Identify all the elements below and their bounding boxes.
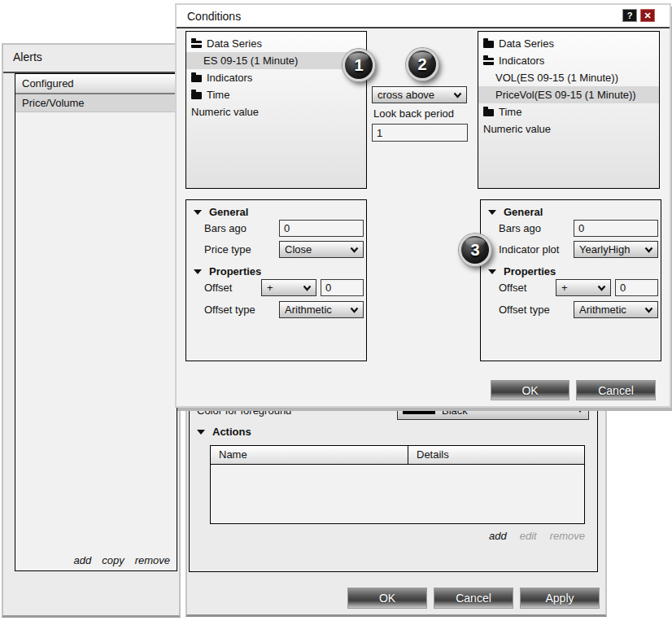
offset-type-label: Offset type — [499, 304, 550, 316]
tree-item-indicators[interactable]: Indicators — [186, 69, 366, 86]
ok-button[interactable]: OK — [491, 380, 569, 400]
look-back-period-input[interactable]: 1 — [372, 124, 468, 142]
collapse-triangle-icon — [488, 210, 496, 215]
copy-alert-link[interactable]: copy — [102, 554, 124, 566]
list-item-price-volume[interactable]: Price/Volume — [15, 94, 177, 112]
tree-item-pricevol[interactable]: PriceVol(ES 09-15 (1 Minute)) — [478, 86, 659, 103]
column-header-details: Details — [408, 446, 584, 464]
alerts-list-actions: add copy remove — [73, 554, 170, 566]
tree-item-label: PriceVol(ES 09-15 (1 Minute)) — [495, 89, 636, 101]
tree-item-label: Numeric value — [483, 123, 551, 135]
tree-item-numeric-value[interactable]: Numeric value — [478, 120, 659, 138]
tree-item-label: Indicators — [499, 55, 544, 67]
tree-item-numeric-value[interactable]: Numeric value — [186, 103, 366, 120]
tree-item-label: Time — [499, 106, 521, 118]
add-action-link[interactable]: add — [489, 530, 507, 542]
operator-value: cross above — [377, 89, 451, 101]
configured-alerts-list: Configured Price/Volume add copy remove — [15, 73, 177, 571]
bars-ago-input[interactable]: 0 — [574, 220, 658, 237]
price-type-label: Price type — [204, 243, 251, 256]
actions-links: add edit remove — [210, 530, 585, 542]
offset-type-value: Arithmetic — [285, 304, 347, 316]
properties-section-label: Properties — [504, 265, 556, 278]
tree-item-data-series[interactable]: Data Series — [186, 35, 366, 52]
apply-button[interactable]: Apply — [520, 588, 600, 609]
indicator-plot-label: Indicator plot — [499, 243, 559, 256]
indicator-plot-select[interactable]: YearlyHigh — [574, 241, 658, 258]
help-icon: ? — [627, 11, 633, 20]
folder-closed-icon — [191, 75, 202, 82]
chevron-down-icon — [644, 304, 653, 316]
operator-select[interactable]: cross above — [372, 86, 467, 103]
chevron-down-icon — [303, 282, 312, 294]
tree-item-data-series[interactable]: Data Series — [478, 35, 659, 52]
general-section-label: General — [504, 206, 543, 218]
folder-open-icon — [483, 58, 494, 65]
offset-type-value: Arithmetic — [579, 304, 642, 316]
edit-action-link: edit — [520, 530, 537, 542]
column-header-name: Name — [211, 446, 408, 464]
actions-section-header[interactable]: Actions — [197, 426, 251, 438]
tree-item-indicators[interactable]: Indicators — [478, 52, 659, 69]
actions-table-header: Name Details — [211, 446, 584, 465]
remove-action-link: remove — [550, 530, 585, 542]
tree-item-time[interactable]: Time — [478, 103, 659, 120]
properties-section-label: Properties — [209, 265, 261, 278]
cancel-button[interactable]: Cancel — [434, 588, 513, 609]
add-alert-link[interactable]: add — [73, 554, 91, 566]
chevron-down-icon — [644, 243, 653, 256]
general-section-header[interactable]: General — [194, 206, 248, 218]
actions-table: Name Details — [210, 445, 585, 524]
collapse-triangle-icon — [197, 430, 205, 435]
offset-input[interactable]: 0 — [615, 279, 658, 296]
tree-item-vol[interactable]: VOL(ES 09-15 (1 Minute)) — [478, 69, 659, 86]
actions-section-label: Actions — [212, 426, 251, 438]
general-section-header[interactable]: General — [488, 206, 543, 218]
chevron-down-icon — [597, 282, 606, 294]
offset-sign-value: + — [267, 282, 300, 294]
general-section-label: General — [209, 206, 248, 218]
collapse-triangle-icon — [488, 269, 496, 274]
chevron-down-icon — [577, 409, 583, 413]
offset-type-select[interactable]: Arithmetic — [279, 301, 364, 318]
right-params-panel: General Bars ago 0 Indicator plot Yearly… — [480, 199, 661, 361]
offset-label: Offset — [204, 282, 232, 294]
step-2-badge: 2 — [406, 48, 439, 81]
chevron-down-icon — [453, 89, 462, 101]
bars-ago-input[interactable]: 0 — [279, 220, 364, 237]
indicator-plot-value: YearlyHigh — [579, 243, 642, 256]
offset-label: Offset — [499, 282, 526, 294]
offset-sign-value: + — [561, 282, 595, 294]
tree-item-time[interactable]: Time — [186, 86, 366, 103]
cancel-button[interactable]: Cancel — [576, 380, 656, 400]
look-back-period-label: Look back period — [373, 107, 454, 120]
help-button[interactable]: ? — [622, 9, 637, 22]
tree-item-label: Data Series — [207, 37, 262, 50]
conditions-dialog-title: Conditions — [187, 10, 241, 23]
color-swatch-black — [403, 407, 435, 414]
offset-sign-select[interactable]: + — [556, 279, 611, 296]
folder-closed-icon — [483, 41, 494, 48]
price-type-value: Close — [285, 243, 347, 256]
alerts-window-title: Alerts — [13, 50, 42, 63]
price-type-select[interactable]: Close — [279, 241, 364, 258]
close-button[interactable]: ✕ — [640, 9, 655, 22]
collapse-triangle-icon — [194, 269, 202, 274]
folder-open-icon — [191, 41, 202, 48]
offset-type-label: Offset type — [204, 304, 255, 316]
offset-input[interactable]: 0 — [321, 279, 364, 296]
step-3-badge: 3 — [459, 234, 491, 266]
offset-sign-select[interactable]: + — [261, 279, 316, 296]
offset-type-select[interactable]: Arithmetic — [574, 301, 658, 318]
tree-item-es-0915[interactable]: ES 09-15 (1 Minute) — [186, 52, 366, 69]
properties-section-header[interactable]: Properties — [194, 265, 261, 278]
left-condition-tree: Data Series ES 09-15 (1 Minute) Indicato… — [185, 31, 367, 189]
remove-alert-link[interactable]: remove — [135, 554, 170, 566]
tree-item-label: Indicators — [207, 72, 252, 84]
conditions-title-bar: Conditions ? ✕ — [177, 5, 670, 28]
ok-button[interactable]: OK — [347, 588, 427, 609]
close-icon: ✕ — [644, 11, 651, 21]
collapse-triangle-icon — [194, 210, 202, 215]
left-params-panel: General Bars ago 0 Price type Close Prop… — [185, 199, 367, 361]
properties-section-header[interactable]: Properties — [488, 265, 556, 278]
